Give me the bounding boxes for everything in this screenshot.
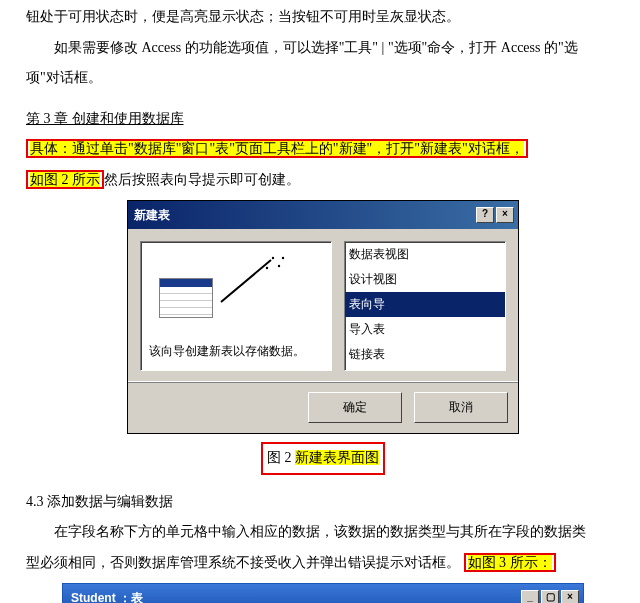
chapter-title: 第 3 章 创建和使用数据库 bbox=[26, 106, 620, 133]
section-4-3-title: 4.3 添加数据与编辑数据 bbox=[26, 489, 620, 516]
list-item[interactable]: 数据表视图 bbox=[345, 242, 505, 267]
list-item[interactable]: 链接表 bbox=[345, 342, 505, 367]
close-icon[interactable]: × bbox=[496, 207, 514, 223]
svg-point-2 bbox=[278, 265, 280, 267]
para-steps-line2: 如图 2 所示然后按照表向导提示即可创建。 bbox=[26, 167, 620, 194]
para-options-b: 项"对话框。 bbox=[26, 65, 620, 92]
list-item[interactable]: 导入表 bbox=[345, 317, 505, 342]
cancel-button[interactable]: 取消 bbox=[414, 392, 508, 423]
para-steps-line1: 具体：通过单击"数据库"窗口"表"页面工具栏上的"新建"，打开"新建表"对话框， bbox=[26, 136, 620, 163]
dialog-help-text: 该向导创建新表以存储数据。 bbox=[149, 340, 323, 363]
dialog-titlebar: 新建表 ? × bbox=[128, 201, 518, 230]
para-btn-state: 钮处于可用状态时，便是高亮显示状态；当按钮不可用时呈灰显状态。 bbox=[26, 4, 620, 31]
svg-line-0 bbox=[221, 260, 271, 302]
para-43-a: 在字段名称下方的单元格中输入相应的数据，该数据的数据类型与其所在字段的数据类 bbox=[26, 519, 620, 546]
new-table-dialog: 新建表 ? × 该向导创建新表以存储数据。 bbox=[127, 200, 519, 435]
dialog-title-text: 新建表 bbox=[134, 204, 170, 227]
table-icon bbox=[159, 278, 213, 318]
student-window-title: Student ：表 bbox=[71, 587, 143, 603]
figure-2-caption: 图 2 新建表界面图 bbox=[26, 442, 620, 475]
svg-point-3 bbox=[266, 267, 268, 269]
student-table-window: Student ：表 _ ▢ × 编号 学号 姓名 bbox=[62, 583, 584, 603]
para-options-a: 如果需要修改 Access 的功能选项值，可以选择"工具" | "选项"命令，打… bbox=[26, 35, 620, 62]
svg-point-1 bbox=[272, 257, 274, 259]
wand-icon bbox=[211, 252, 301, 312]
maximize-icon[interactable]: ▢ bbox=[541, 590, 559, 603]
svg-point-4 bbox=[282, 257, 284, 259]
list-item-selected[interactable]: 表向导 bbox=[345, 292, 505, 317]
para-43-b: 型必须相同，否则数据库管理系统不接受收入并弹出错误提示对话框。 如图 3 所示： bbox=[26, 550, 620, 577]
minimize-icon[interactable]: _ bbox=[521, 590, 539, 603]
close-icon[interactable]: × bbox=[561, 590, 579, 603]
ok-button[interactable]: 确定 bbox=[308, 392, 402, 423]
student-window-titlebar: Student ：表 _ ▢ × bbox=[63, 584, 583, 603]
list-item[interactable]: 设计视图 bbox=[345, 267, 505, 292]
dialog-preview-pane: 该向导创建新表以存储数据。 bbox=[140, 241, 332, 371]
dialog-listbox[interactable]: 数据表视图 设计视图 表向导 导入表 链接表 bbox=[344, 241, 506, 371]
help-icon[interactable]: ? bbox=[476, 207, 494, 223]
